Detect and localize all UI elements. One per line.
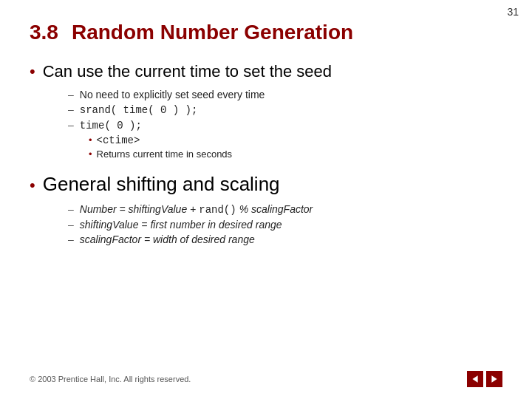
bullet-main-2: • General shifting and scaling: [30, 173, 502, 196]
title-number: 3.8: [30, 21, 58, 44]
svg-marker-0: [472, 375, 477, 383]
sub-item-2-2: – shiftingValue = first number in desire…: [68, 219, 502, 231]
formula-label: Number = shiftingValue +: [80, 203, 196, 215]
slide: 31 3.8 Random Number Generation • Can us…: [0, 0, 532, 399]
prev-button[interactable]: [467, 371, 483, 387]
sub-item-text-2-3: scalingFactor = width of desired range: [80, 233, 255, 245]
title-text: Random Number Generation: [72, 21, 353, 44]
sub-item-2-1: – Number = shiftingValue + rand() % scal…: [68, 203, 502, 216]
bullet-main-text-2: General shifting and scaling: [43, 173, 280, 196]
sub-list-2: – Number = shiftingValue + rand() % scal…: [68, 203, 502, 245]
sub-item-code-1-2: srand( time( 0 ) );: [80, 104, 198, 116]
slide-number: 31: [507, 6, 519, 18]
sub-item-2-3: – scalingFactor = width of desired range: [68, 233, 502, 245]
next-icon: [490, 375, 499, 383]
bullet-dot-2: •: [30, 176, 35, 195]
sub-bullet-text-1: <ctime>: [97, 134, 140, 146]
next-button[interactable]: [486, 371, 502, 387]
sub-bullet-1: • <ctime>: [89, 134, 502, 146]
sub-bullet-2: • Returns current time in seconds: [89, 149, 502, 160]
sub-item-text-2-2: shiftingValue = first number in desired …: [80, 219, 282, 231]
footer: © 2003 Prentice Hall, Inc. All rights re…: [0, 371, 532, 387]
sub-item-1-2: – srand( time( 0 ) );: [68, 103, 502, 116]
prev-icon: [471, 375, 480, 383]
slide-title: 3.8 Random Number Generation: [30, 21, 502, 44]
section-2: • General shifting and scaling – Number …: [30, 173, 502, 245]
sub-item-text-1-1: No need to explicitly set seed every tim…: [80, 89, 265, 100]
bullet-main-1: • Can use the current time to set the se…: [30, 62, 502, 81]
sub-list-1: – No need to explicitly set seed every t…: [68, 89, 502, 160]
nav-buttons: [467, 371, 502, 387]
formula-line: Number = shiftingValue + rand() % scalin…: [80, 203, 313, 216]
formula-code: rand(): [199, 204, 236, 216]
footer-copyright: © 2003 Prentice Hall, Inc. All rights re…: [30, 375, 191, 383]
formula-suffix: % scalingFactor: [239, 203, 313, 215]
sub-bullet-list-1: • <ctime> • Returns current time in seco…: [89, 134, 502, 160]
sub-item-1-3: – time( 0 );: [68, 119, 502, 132]
sub-bullet-text-2: Returns current time in seconds: [97, 149, 233, 160]
bullet-dot-1: •: [30, 62, 35, 81]
sub-item-1-1: – No need to explicitly set seed every t…: [68, 89, 502, 100]
svg-marker-1: [491, 375, 497, 383]
bullet-main-text-1: Can use the current time to set the seed: [43, 62, 332, 81]
section-1: • Can use the current time to set the se…: [30, 62, 502, 160]
sub-item-code-1-3: time( 0 );: [80, 120, 142, 132]
